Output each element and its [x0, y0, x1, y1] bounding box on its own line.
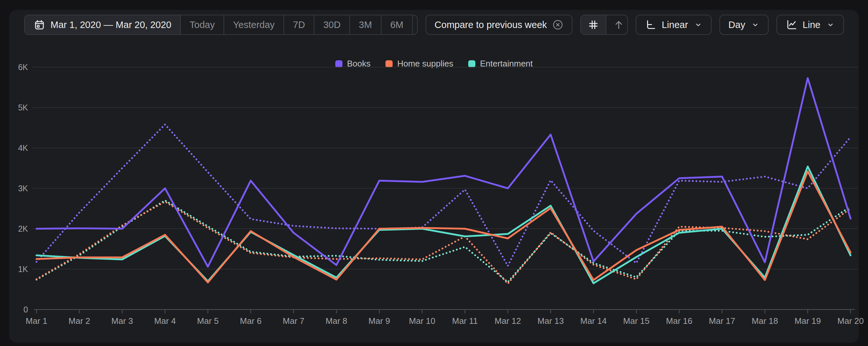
x-axis-label: Mar 2	[68, 316, 90, 326]
x-axis-label: Mar 13	[537, 316, 564, 326]
y-axis-label: 1K	[18, 264, 28, 274]
x-axis-label: Mar 18	[752, 316, 778, 326]
series-line-entertainment	[36, 166, 851, 283]
x-axis-label: Mar 12	[495, 316, 521, 326]
y-axis-label: 0	[24, 305, 28, 314]
x-axis-label: Mar 9	[369, 316, 390, 326]
x-axis-label: Mar 16	[666, 316, 692, 326]
x-axis-label: Mar 14	[580, 316, 607, 326]
y-axis-label: 6K	[18, 63, 28, 72]
x-axis-label: Mar 11	[452, 316, 478, 326]
x-axis-label: Mar 7	[283, 316, 304, 326]
y-axis-label: 5K	[18, 103, 28, 112]
y-axis-label: 3K	[18, 184, 28, 193]
x-axis-label: Mar 15	[623, 316, 650, 326]
x-axis-label: Mar 17	[709, 316, 735, 326]
y-axis-label: 2K	[18, 224, 28, 233]
x-axis-label: Mar 4	[154, 316, 176, 326]
page: Mar 1, 2020 — Mar 20, 2020 Today Yesterd…	[0, 0, 868, 346]
x-axis-label: Mar 8	[326, 316, 347, 326]
x-axis-label: Mar 3	[112, 316, 133, 326]
y-axis-label: 4K	[18, 143, 28, 153]
x-axis-label: Mar 19	[795, 316, 821, 326]
chart-canvas[interactable]: 01K2K3K4K5K6KMar 1Mar 2Mar 3Mar 4Mar 5Ma…	[0, 0, 868, 346]
x-axis-label: Mar 10	[409, 316, 435, 326]
x-axis-label: Mar 5	[197, 316, 219, 326]
x-axis-label: Mar 1	[26, 316, 47, 326]
series-line-home-supplies-previous-week	[36, 202, 851, 284]
x-axis-label: Mar 20	[837, 316, 864, 326]
x-axis-label: Mar 6	[240, 316, 261, 326]
series-line-entertainment-previous-week	[36, 200, 851, 282]
